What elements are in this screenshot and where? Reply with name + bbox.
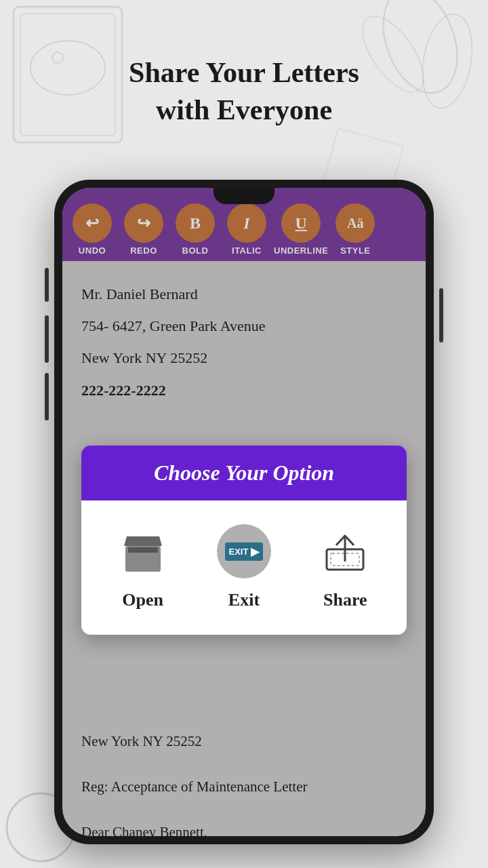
volume-down-button	[45, 373, 49, 420]
exit-label: Exit	[228, 590, 260, 610]
modal-title: Choose Your Option	[154, 460, 334, 485]
page-header: Share Your Letters with Everyone	[0, 54, 488, 128]
option-open[interactable]: Open	[113, 521, 174, 610]
option-share[interactable]: Share	[314, 521, 375, 610]
header-title-line1: Share Your Letters	[129, 57, 359, 88]
exit-icon: EXIT ▶	[214, 521, 274, 582]
phone-mockup: ↩ UNDO ↪ REDO B BOLD I ITALIC U UNDERLIN…	[54, 180, 434, 844]
mute-button	[45, 268, 49, 302]
option-exit[interactable]: EXIT ▶ Exit	[214, 521, 274, 610]
modal-body: Open EXIT ▶ Exit	[81, 500, 407, 635]
share-label: Share	[323, 590, 367, 610]
phone-screen: ↩ UNDO ↪ REDO B BOLD I ITALIC U UNDERLIN…	[62, 188, 426, 836]
power-button	[439, 288, 443, 342]
modal-header: Choose Your Option	[81, 446, 407, 500]
option-dialog: Choose Your Option Open	[81, 446, 407, 635]
open-icon	[113, 521, 174, 582]
svg-rect-11	[128, 547, 158, 553]
share-icon	[314, 521, 375, 582]
header-title-line2: with Everyone	[156, 94, 332, 125]
volume-up-button	[45, 315, 49, 363]
exit-sign: EXIT ▶	[225, 542, 264, 561]
open-label: Open	[122, 590, 163, 610]
